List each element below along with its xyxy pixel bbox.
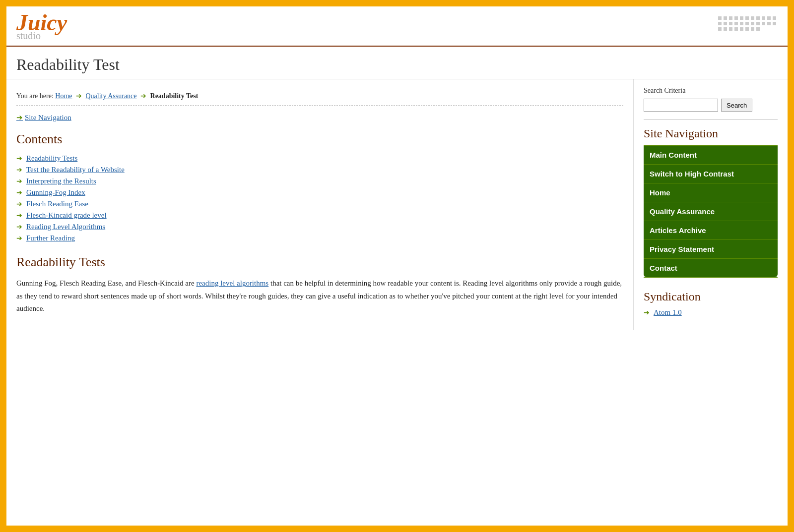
contents-link[interactable]: Gunning-Fog Index (26, 188, 85, 197)
breadcrumb-home[interactable]: Home (55, 92, 72, 100)
sidebar-nav-item[interactable]: Contact (644, 259, 778, 278)
contents-heading: Contents (16, 132, 623, 147)
sidebar-nav-item[interactable]: Home (644, 183, 778, 202)
skip-nav-label: Site Navigation (25, 114, 71, 121)
contents-bullet: ➔ (16, 154, 22, 163)
sidebar: Search Criteria Search Site Navigation M… (634, 79, 788, 330)
contents-bullet: ➔ (16, 177, 22, 185)
contents-list-item: ➔Interpreting the Results (16, 177, 623, 185)
search-input[interactable] (644, 99, 718, 112)
readability-section-heading: Readability Tests (16, 255, 623, 270)
contents-bullet: ➔ (16, 211, 22, 220)
skip-nav-anchor[interactable]: ➔Site Navigation (16, 114, 71, 121)
sidebar-nav-link[interactable]: Privacy Statement (644, 240, 778, 258)
sidebar-nav-link[interactable]: Main Content (644, 146, 778, 164)
sidebar-nav-item[interactable]: Quality Assurance (644, 202, 778, 221)
sidebar-nav-item[interactable]: Articles Archive (644, 221, 778, 240)
contents-bullet: ➔ (16, 223, 22, 231)
breadcrumb-arrow-2: ➔ (140, 92, 146, 100)
contents-list-item: ➔Test the Readability of a Website (16, 166, 623, 174)
search-criteria-label: Search Criteria (644, 87, 778, 95)
contents-link[interactable]: Interpreting the Results (26, 177, 96, 185)
sidebar-nav-title: Site Navigation (644, 127, 778, 140)
sidebar-nav-link[interactable]: Switch to High Contrast (644, 165, 778, 183)
contents-bullet: ➔ (16, 166, 22, 174)
syndication-title: Syndication (644, 290, 778, 303)
syndication-link[interactable]: ➔ Atom 1.0 (644, 308, 778, 317)
contents-bullet: ➔ (16, 200, 22, 208)
contents-list-item: ➔Further Reading (16, 234, 623, 242)
contents-link[interactable]: Flesch Reading Ease (26, 200, 88, 208)
atom-link[interactable]: Atom 1.0 (654, 308, 682, 317)
search-button[interactable]: Search (721, 99, 752, 112)
contents-list-item: ➔Flesch Reading Ease (16, 200, 623, 208)
sidebar-nav-link[interactable]: Contact (644, 259, 778, 277)
breadcrumb-prefix: You are here: (16, 92, 54, 100)
contents-bullet: ➔ (16, 188, 22, 197)
contents-list-item: ➔Readability Tests (16, 154, 623, 163)
syndication-bullet: ➔ (644, 308, 650, 317)
sidebar-nav-link[interactable]: Articles Archive (644, 221, 778, 239)
contents-link[interactable]: Further Reading (26, 234, 75, 242)
breadcrumb-arrow-1: ➔ (76, 92, 82, 100)
page-title: Readability Test (16, 56, 778, 74)
contents-list-item: ➔Flesch-Kincaid grade level (16, 211, 623, 220)
contents-list: ➔Readability Tests➔Test the Readability … (16, 154, 623, 242)
contents-link[interactable]: Flesch-Kincaid grade level (26, 211, 107, 220)
contents-link[interactable]: Reading Level Algorithms (26, 223, 105, 231)
skip-nav-link[interactable]: ➔Site Navigation (16, 113, 623, 122)
contents-bullet: ➔ (16, 234, 22, 242)
main-content-area: You are here: Home ➔ Quality Assurance ➔… (6, 79, 634, 330)
contents-list-item: ➔Reading Level Algorithms (16, 223, 623, 231)
readability-paragraph: Gunning Fog, Flesch Reading Ease, and Fl… (16, 277, 623, 315)
reading-level-link[interactable]: reading level algorithms (196, 279, 268, 287)
contents-link[interactable]: Readability Tests (26, 154, 77, 163)
skip-nav-arrow: ➔ (16, 114, 23, 121)
page-title-bar: Readability Test (6, 47, 788, 79)
sidebar-nav-item[interactable]: Main Content (644, 145, 778, 165)
site-logo[interactable]: Juicy studio (16, 11, 67, 42)
contents-list-item: ➔Gunning-Fog Index (16, 188, 623, 197)
breadcrumb: You are here: Home ➔ Quality Assurance ➔… (16, 87, 623, 106)
decorative-dots (718, 16, 778, 31)
sidebar-nav-item[interactable]: Switch to High Contrast (644, 165, 778, 183)
sidebar-nav-list: Main ContentSwitch to High ContrastHomeQ… (644, 145, 778, 278)
contents-link[interactable]: Test the Readability of a Website (26, 166, 125, 174)
breadcrumb-current: Readability Test (150, 92, 198, 100)
search-bar: Search (644, 99, 778, 119)
sidebar-nav-link[interactable]: Home (644, 183, 778, 202)
sidebar-nav-link[interactable]: Quality Assurance (644, 202, 778, 221)
sidebar-nav-item[interactable]: Privacy Statement (644, 240, 778, 259)
breadcrumb-qa[interactable]: Quality Assurance (86, 92, 137, 100)
site-header: Juicy studio (6, 6, 788, 47)
